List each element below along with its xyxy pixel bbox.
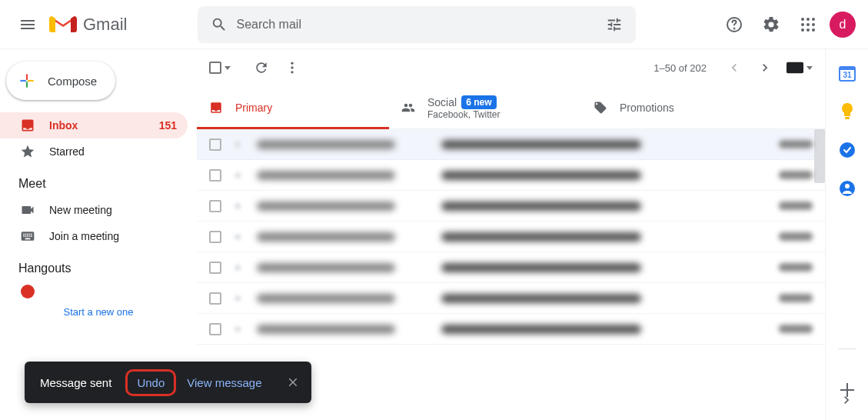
gmail-logo[interactable]: Gmail xyxy=(49,14,127,35)
keep-icon xyxy=(840,103,855,120)
star-icon xyxy=(20,144,35,159)
search-icon xyxy=(211,16,228,33)
svg-text:31: 31 xyxy=(843,71,852,79)
compose-button[interactable]: Compose xyxy=(6,62,115,100)
svg-rect-18 xyxy=(845,117,850,119)
calendar-button[interactable]: 31 xyxy=(839,65,856,82)
refresh-button[interactable] xyxy=(246,52,277,83)
tasks-button[interactable] xyxy=(839,142,856,158)
tag-icon xyxy=(594,101,607,115)
meet-item-label: New meeting xyxy=(49,204,112,216)
checkbox-icon xyxy=(209,62,221,74)
tab-label: Primary xyxy=(235,102,272,114)
svg-point-8 xyxy=(801,28,804,32)
select-all-checkbox[interactable] xyxy=(209,62,231,74)
main-menu-button[interactable] xyxy=(9,6,46,43)
search-button[interactable] xyxy=(204,9,234,40)
prev-page-button[interactable] xyxy=(719,52,750,83)
settings-button[interactable] xyxy=(756,9,787,40)
join-meeting-button[interactable]: Join a meeting xyxy=(0,223,188,249)
new-meeting-button[interactable]: New meeting xyxy=(0,197,188,223)
search-input[interactable] xyxy=(234,17,599,32)
new-badge: 6 new xyxy=(461,95,496,109)
mail-row[interactable]: ★ xyxy=(197,283,825,314)
apps-grid-icon xyxy=(800,17,816,32)
keyboard-icon xyxy=(787,62,803,74)
sidebar-item-label: Starred xyxy=(49,145,85,158)
videocam-icon xyxy=(20,202,35,218)
toast-message: Message sent xyxy=(40,376,111,389)
hamburger-icon xyxy=(18,15,37,34)
account-avatar[interactable]: d xyxy=(830,12,856,38)
close-icon xyxy=(286,375,300,389)
compose-plus-icon xyxy=(17,71,37,91)
svg-point-1 xyxy=(734,28,735,28)
chevron-left-icon xyxy=(727,60,742,75)
mail-row[interactable]: ★ xyxy=(197,129,825,160)
hangouts-user-row[interactable] xyxy=(0,282,197,302)
search-options-button[interactable] xyxy=(599,9,630,40)
support-button[interactable] xyxy=(719,9,750,40)
svg-point-3 xyxy=(806,18,810,21)
input-select-button[interactable] xyxy=(787,62,813,74)
mail-list: ★ ★ ★ ★ ★ ★ ★ xyxy=(197,129,825,345)
inbox-count: 151 xyxy=(159,119,177,132)
tab-social[interactable]: Social 6 new Facebook, Twitter xyxy=(389,86,581,128)
product-name: Gmail xyxy=(83,15,127,35)
people-icon xyxy=(401,101,415,115)
calendar-icon: 31 xyxy=(839,65,856,82)
scrollbar-thumb[interactable] xyxy=(814,129,825,183)
side-panel-toggle[interactable] xyxy=(831,385,862,415)
inbox-icon xyxy=(209,101,223,115)
svg-point-2 xyxy=(801,18,804,21)
keyboard-icon xyxy=(20,228,35,244)
svg-point-11 xyxy=(291,62,293,65)
toast-close-button[interactable] xyxy=(281,370,305,395)
help-icon xyxy=(725,15,743,34)
gear-icon xyxy=(762,15,780,34)
user-avatar-icon xyxy=(21,285,35,298)
start-new-link[interactable]: Start a new one xyxy=(0,302,197,322)
view-message-link[interactable]: View message xyxy=(187,376,261,389)
meet-heading: Meet xyxy=(0,165,197,197)
mail-row[interactable]: ★ xyxy=(197,222,825,252)
meet-item-label: Join a meeting xyxy=(49,230,119,242)
avatar-initial: d xyxy=(840,18,846,32)
undo-highlight: Undo xyxy=(125,369,176,396)
search-bar[interactable] xyxy=(198,6,636,43)
keep-button[interactable] xyxy=(839,103,856,120)
svg-rect-16 xyxy=(840,67,855,70)
svg-point-10 xyxy=(812,28,815,32)
tab-promotions[interactable]: Promotions xyxy=(581,86,773,128)
tab-primary[interactable]: Primary xyxy=(197,86,389,128)
tab-label: Promotions xyxy=(620,102,674,114)
refresh-icon xyxy=(254,60,269,75)
inbox-icon xyxy=(20,118,35,133)
mail-row[interactable]: ★ xyxy=(197,252,825,283)
more-button[interactable] xyxy=(277,52,308,83)
mail-row[interactable]: ★ xyxy=(197,160,825,191)
svg-point-21 xyxy=(845,184,850,188)
sidebar-item-starred[interactable]: Starred xyxy=(0,138,188,165)
apps-button[interactable] xyxy=(793,9,823,40)
sidebar-item-inbox[interactable]: Inbox 151 xyxy=(0,112,188,138)
tune-icon xyxy=(606,16,623,33)
chevron-down-icon xyxy=(806,66,813,70)
mail-row[interactable]: ★ xyxy=(197,191,825,222)
svg-point-4 xyxy=(812,18,815,21)
undo-link[interactable]: Undo xyxy=(137,376,165,389)
chevron-down-icon xyxy=(224,66,231,70)
next-page-button[interactable] xyxy=(750,52,780,83)
gmail-logo-icon xyxy=(49,14,77,35)
tab-subtitle: Facebook, Twitter xyxy=(427,109,501,120)
contacts-button[interactable] xyxy=(839,180,856,197)
svg-point-19 xyxy=(840,142,855,158)
svg-point-7 xyxy=(812,23,815,26)
compose-label: Compose xyxy=(48,75,97,88)
mail-row[interactable]: ★ xyxy=(197,314,825,345)
chevron-right-icon xyxy=(839,392,854,408)
hangouts-heading: Hangouts xyxy=(0,249,197,282)
svg-point-5 xyxy=(801,23,804,26)
svg-point-9 xyxy=(806,28,810,32)
more-vert-icon xyxy=(284,60,300,75)
